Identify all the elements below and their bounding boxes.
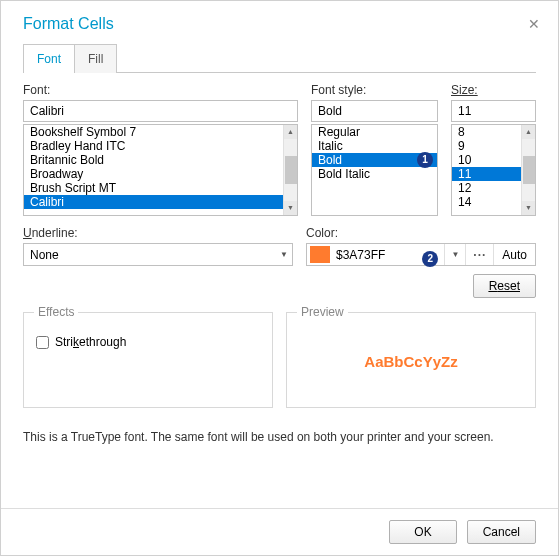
preview-group: Preview AaBbCcYyZz xyxy=(286,312,536,408)
font-listbox[interactable]: Bookshelf Symbol 7 Bradley Hand ITC Brit… xyxy=(23,124,298,216)
reset-label: Reset xyxy=(489,279,520,293)
underline-combo[interactable]: None ▼ xyxy=(23,243,293,266)
strikethrough-checkbox[interactable] xyxy=(36,336,49,349)
list-item[interactable]: Bradley Hand ITC xyxy=(24,139,283,153)
list-item[interactable]: Brush Script MT xyxy=(24,181,283,195)
tab-fill[interactable]: Fill xyxy=(75,44,117,73)
list-item[interactable]: Regular xyxy=(312,125,437,139)
size-label-text: Size: xyxy=(451,83,478,97)
preview-legend: Preview xyxy=(297,305,348,319)
color-combo[interactable]: $3A73FF 2 ▼ ··· Auto xyxy=(306,243,536,266)
list-item[interactable]: Broadway xyxy=(24,167,283,181)
preview-sample: AaBbCcYyZz xyxy=(299,353,523,370)
scroll-down-icon[interactable]: ▼ xyxy=(522,201,535,215)
scroll-down-icon[interactable]: ▼ xyxy=(284,201,297,215)
scrollbar[interactable]: ▲ ▼ xyxy=(521,125,535,215)
dialog-title: Format Cells xyxy=(23,15,114,33)
font-style-listbox[interactable]: Regular Italic Bold 1 Bold Italic xyxy=(311,124,438,216)
font-style-input[interactable] xyxy=(311,100,438,122)
list-item[interactable]: Bookshelf Symbol 7 xyxy=(24,125,283,139)
tab-strip: Font Fill xyxy=(23,43,536,73)
color-label: Color: xyxy=(306,226,536,240)
callout-badge-2: 2 xyxy=(422,251,438,267)
underline-value: None xyxy=(30,248,59,262)
close-icon[interactable]: ✕ xyxy=(528,16,540,32)
size-label: Size: xyxy=(451,83,536,97)
color-value: $3A73FF xyxy=(336,248,385,262)
size-listbox[interactable]: 8 9 10 11 12 14 ▲ ▼ xyxy=(451,124,536,216)
list-item[interactable]: 10 xyxy=(452,153,521,167)
list-item[interactable]: Bold Italic xyxy=(312,167,437,181)
scroll-thumb[interactable] xyxy=(523,156,535,184)
font-label: Font: xyxy=(23,83,298,97)
font-description: This is a TrueType font. The same font w… xyxy=(23,430,536,444)
effects-group: Effects Strikethrough xyxy=(23,312,273,408)
reset-button[interactable]: Reset xyxy=(473,274,536,298)
list-item[interactable]: 12 xyxy=(452,181,521,195)
size-input[interactable] xyxy=(451,100,536,122)
chevron-down-icon[interactable]: ▼ xyxy=(444,244,465,265)
more-colors-icon[interactable]: ··· xyxy=(465,244,493,265)
list-item[interactable]: 9 xyxy=(452,139,521,153)
list-item[interactable]: Bold 1 xyxy=(312,153,437,167)
auto-color-button[interactable]: Auto xyxy=(493,244,535,265)
list-item[interactable]: 8 xyxy=(452,125,521,139)
scrollbar[interactable]: ▲ ▼ xyxy=(283,125,297,215)
font-input[interactable] xyxy=(23,100,298,122)
list-item[interactable]: Italic xyxy=(312,139,437,153)
scroll-thumb[interactable] xyxy=(285,156,297,184)
chevron-down-icon: ▼ xyxy=(280,250,288,259)
scroll-up-icon[interactable]: ▲ xyxy=(284,125,297,139)
list-item[interactable]: 14 xyxy=(452,195,521,209)
list-item-label: Bold xyxy=(318,153,342,167)
underline-label-text: Underline: xyxy=(23,226,78,240)
tab-font[interactable]: Font xyxy=(23,44,75,73)
cancel-button[interactable]: Cancel xyxy=(467,520,536,544)
list-item[interactable]: Calibri xyxy=(24,195,283,209)
font-style-label: Font style: xyxy=(311,83,438,97)
strikethrough-label: Strikethrough xyxy=(55,335,126,349)
callout-badge-1: 1 xyxy=(417,152,433,168)
list-item[interactable]: 11 xyxy=(452,167,521,181)
list-item[interactable]: Britannic Bold xyxy=(24,153,283,167)
scroll-up-icon[interactable]: ▲ xyxy=(522,125,535,139)
ok-button[interactable]: OK xyxy=(389,520,456,544)
underline-label: Underline: xyxy=(23,226,293,240)
color-swatch xyxy=(310,246,330,263)
effects-legend: Effects xyxy=(34,305,78,319)
